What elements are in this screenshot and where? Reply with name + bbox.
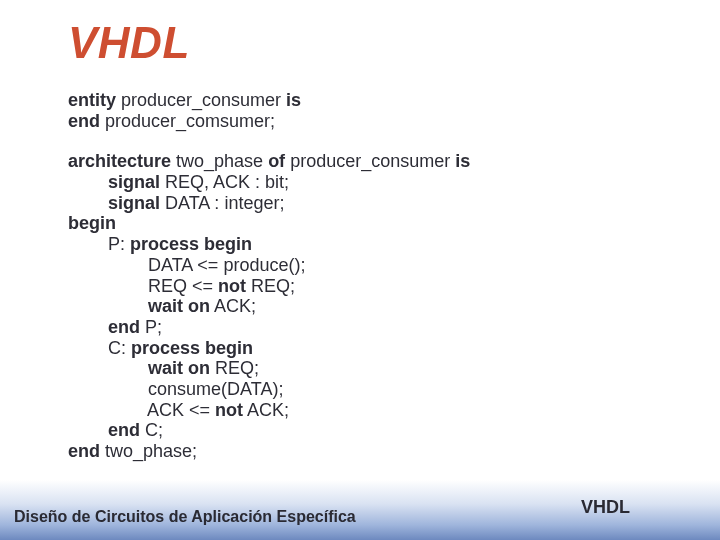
txt: DATA <= produce();	[68, 255, 305, 275]
txt: ACK;	[243, 400, 289, 420]
kw: end	[68, 111, 100, 131]
code-line: begin	[68, 213, 470, 234]
txt: C;	[140, 420, 163, 440]
kw: is	[455, 151, 470, 171]
kw: is	[286, 90, 301, 110]
kw: signal	[68, 172, 160, 192]
code-line: P: process begin	[68, 234, 470, 255]
txt: REQ;	[246, 276, 295, 296]
code-line: wait on ACK;	[68, 296, 470, 317]
code-line: end C;	[68, 420, 470, 441]
code-line: signal REQ, ACK : bit;	[68, 172, 470, 193]
kw: wait on	[68, 296, 210, 316]
txt: producer_consumer	[285, 151, 455, 171]
code-line: end P;	[68, 317, 470, 338]
code-line: end two_phase;	[68, 441, 470, 462]
kw: begin	[68, 213, 116, 233]
kw: end	[68, 441, 100, 461]
code-line: REQ <= not REQ;	[68, 276, 470, 297]
kw: end	[68, 317, 140, 337]
kw: architecture	[68, 151, 171, 171]
txt: REQ, ACK : bit;	[160, 172, 289, 192]
txt: two_phase	[171, 151, 268, 171]
code-line: entity producer_consumer is	[68, 90, 470, 111]
footer-left: Diseño de Circuitos de Aplicación Especí…	[14, 508, 356, 526]
kw: entity	[68, 90, 116, 110]
kw: wait on	[68, 358, 210, 378]
txt: REQ <=	[68, 276, 218, 296]
kw: process begin	[131, 338, 253, 358]
kw: signal	[68, 193, 160, 213]
txt: consume(DATA);	[68, 379, 283, 399]
code-line: ACK <= not ACK;	[68, 400, 470, 421]
code-line: wait on REQ;	[68, 358, 470, 379]
txt: ACK;	[210, 296, 256, 316]
txt: C:	[68, 338, 131, 358]
code-line: C: process begin	[68, 338, 470, 359]
kw: not	[218, 276, 246, 296]
txt: producer_comsumer;	[100, 111, 275, 131]
code-line: consume(DATA);	[68, 379, 470, 400]
code-line: architecture two_phase of producer_consu…	[68, 151, 470, 172]
txt: P:	[68, 234, 130, 254]
code-line: DATA <= produce();	[68, 255, 470, 276]
slide: VHDL entity producer_consumer is end pro…	[0, 0, 720, 540]
kw: of	[268, 151, 285, 171]
footer-right: VHDL	[581, 497, 630, 518]
txt: P;	[140, 317, 162, 337]
kw: end	[68, 420, 140, 440]
txt: ACK <=	[68, 400, 215, 420]
slide-title: VHDL	[68, 18, 190, 68]
txt: REQ;	[210, 358, 259, 378]
kw: process begin	[130, 234, 252, 254]
txt: two_phase;	[100, 441, 197, 461]
txt: producer_consumer	[116, 90, 286, 110]
txt: DATA : integer;	[160, 193, 284, 213]
code-block: entity producer_consumer is end producer…	[68, 90, 470, 462]
code-line: end producer_comsumer;	[68, 111, 470, 132]
kw: not	[215, 400, 243, 420]
code-line: signal DATA : integer;	[68, 193, 470, 214]
